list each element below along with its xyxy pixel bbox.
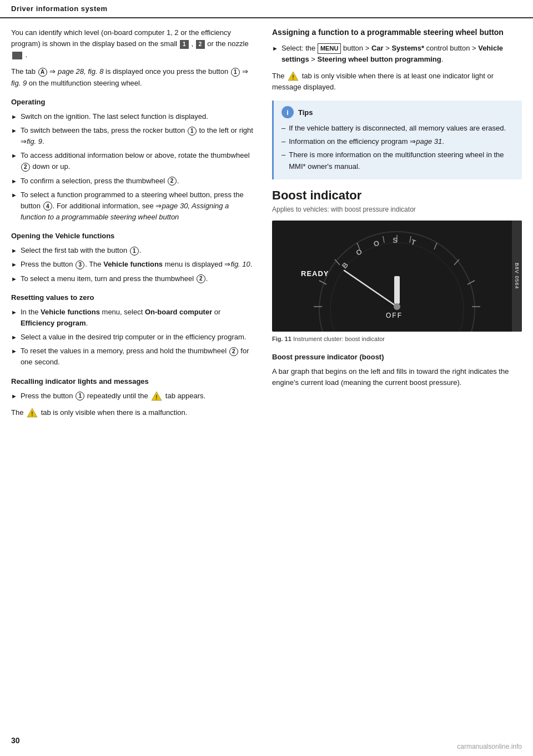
btn-3-circle: 3 [76, 261, 84, 269]
reset-item-2: ► Select a value in the desired trip com… [11, 332, 255, 343]
page: Driver information system You can identi… [0, 0, 533, 756]
op-item-1: ► Switch on the ignition. The last selec… [11, 111, 255, 122]
bullet-rc1: ► [11, 392, 17, 401]
page-title: Driver information system [11, 4, 108, 13]
warning-tab-icon-3: ! [288, 71, 299, 81]
btn-1-circle-d: 1 [76, 392, 84, 400]
tips-title: Tips [298, 108, 313, 117]
bullet-o3: ► [11, 274, 17, 284]
bullet-r3: ► [11, 347, 17, 356]
btn-2-circle-c: 2 [197, 274, 205, 283]
page-number: 30 [11, 736, 20, 745]
left-column: You can identify which level (on-board c… [11, 27, 255, 424]
boost-title: Boost indicator [272, 188, 522, 203]
resetting-title: Resetting values to zero [11, 292, 255, 303]
num-1-badge: 1 [180, 40, 189, 49]
warning-tab-icon-1: ! [151, 391, 162, 401]
tab-a-circle: A [38, 68, 47, 77]
nozzle-icon [12, 52, 22, 59]
op-item-4: ► To confirm a selection, press the thum… [11, 176, 255, 187]
num-2-badge: 2 [196, 40, 205, 49]
tips-list: – If the vehicle battery is disconnected… [281, 123, 514, 172]
right-column: Assigning a function to a programmable s… [272, 27, 522, 424]
tips-box: i Tips – If the vehicle battery is disco… [272, 101, 522, 179]
sidebar-code: B8V 0564 [512, 221, 522, 332]
bullet-5: ► [11, 191, 17, 200]
svg-text:!: ! [292, 74, 294, 81]
boost-pressure-text: A bar graph that begins on the left and … [272, 366, 522, 388]
bullet-r2: ► [11, 333, 17, 342]
boost-gauge: B O O S T READY OFF [272, 221, 522, 332]
boost-gauge-svg: B O O S T READY OFF [272, 221, 522, 332]
tips-icon: i [281, 106, 294, 118]
fig-desc: Instrument cluster: boost indicator [293, 336, 385, 342]
open-item-2: ► Press the button 3. The Vehicle functi… [11, 259, 255, 270]
malfunction-paragraph: The ! tab is only visible when there is … [11, 407, 255, 418]
comma-sep: , [191, 39, 195, 48]
operating-list: ► Switch on the ignition. The last selec… [11, 111, 255, 223]
assign-list: ► Select: the MENU button > Car > System… [272, 43, 522, 65]
recall-item-1: ► Press the button 1 repeatedly until th… [11, 390, 255, 402]
opening-list: ► Select the first tab with the button 1… [11, 245, 255, 284]
tips-item-1: – If the vehicle battery is disconnected… [281, 123, 514, 134]
menu-button-box: MENU [318, 43, 341, 54]
main-content: You can identify which level (on-board c… [0, 18, 533, 433]
reset-item-3: ► To reset the values in a memory, press… [11, 346, 255, 368]
bullet-3: ► [11, 151, 17, 161]
btn-1-circle-c: 1 [130, 247, 139, 256]
bullet-r1: ► [11, 308, 17, 317]
open-item-1: ► Select the first tab with the button 1… [11, 245, 255, 256]
btn-2-circle-b: 2 [168, 177, 177, 186]
bullet-as1: ► [272, 44, 278, 53]
svg-point-25 [394, 303, 400, 310]
assign-tab-paragraph: The ! tab is only visible when there is … [272, 71, 522, 93]
boost-subtitle: Applies to vehicles: with boost pressure… [272, 204, 522, 215]
tips-item-3: – There is more information on the multi… [281, 149, 514, 173]
btn-4-circle: 4 [43, 202, 52, 211]
tips-header: i Tips [281, 106, 514, 118]
svg-text:!: ! [156, 394, 158, 400]
opening-title: Opening the Vehicle functions [11, 231, 255, 242]
svg-text:OFF: OFF [386, 312, 403, 319]
watermark: carmanualsonline.info [457, 743, 522, 750]
reset-item-1: ► In the Vehicle functions menu, select … [11, 307, 255, 329]
boost-pressure-title: Boost pressure indicator (boost) [272, 352, 522, 363]
assign-item-1: ► Select: the MENU button > Car > System… [272, 43, 522, 65]
fig-caption: Fig. 11 Instrument cluster: boost indica… [272, 334, 522, 344]
bullet-o2: ► [11, 260, 17, 269]
recalling-title: Recalling indicator lights and messages [11, 376, 255, 387]
svg-text:READY: READY [301, 269, 329, 278]
bullet-4: ► [11, 177, 17, 186]
btn-2-circle-d: 2 [229, 347, 238, 356]
svg-rect-22 [394, 276, 400, 304]
assign-title: Assigning a function to a programmable s… [272, 27, 522, 38]
btn-1-circle-b: 1 [188, 127, 197, 136]
op-item-3: ► To access additional information below… [11, 150, 255, 172]
op-item-2: ► To switch between the tabs, press the … [11, 125, 255, 147]
intro-paragraph: You can identify which level (on-board c… [11, 27, 255, 61]
bullet-2: ► [11, 126, 17, 136]
svg-text:!: ! [31, 411, 33, 417]
open-item-3: ► To select a menu item, turn and press … [11, 273, 255, 284]
op-item-5: ► To select a function programmed to a s… [11, 189, 255, 223]
fig-label: Fig. 11 [272, 336, 291, 342]
btn-1-circle-a: 1 [231, 68, 240, 77]
tab-a-paragraph: The tab A ⇒ page 28, fig. 8 is displayed… [11, 66, 255, 88]
sidebar-text: B8V 0564 [514, 263, 520, 289]
btn-2-circle-a: 2 [21, 163, 30, 172]
page-header: Driver information system [0, 0, 533, 18]
bullet-o1: ► [11, 246, 17, 256]
operating-title: Operating [11, 97, 255, 108]
boost-image: B O O S T READY OFF B8V [272, 221, 522, 332]
tips-item-2: – Information on the efficiency program … [281, 136, 514, 148]
resetting-list: ► In the Vehicle functions menu, select … [11, 307, 255, 368]
recalling-list: ► Press the button 1 repeatedly until th… [11, 390, 255, 402]
bullet-1: ► [11, 112, 17, 122]
warning-tab-icon-2: ! [27, 408, 38, 418]
